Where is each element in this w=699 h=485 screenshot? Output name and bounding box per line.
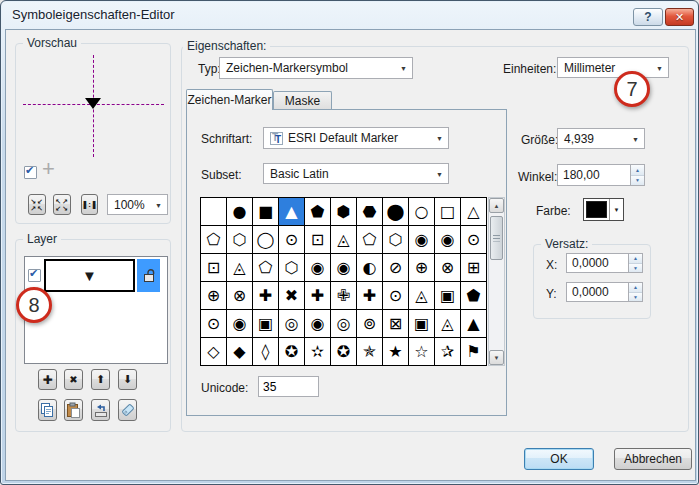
type-dropdown[interactable]: Zeichen-Markersymbol ▼ [219,57,413,79]
glyph-cell[interactable]: △ [461,198,486,225]
glyph-cell[interactable]: ◬ [331,226,356,253]
glyph-cell[interactable]: ◉ [331,254,356,281]
glyph-cell[interactable]: ◉ [409,226,434,253]
paste-layer-button[interactable] [64,399,83,421]
close-button[interactable]: ✕ [665,8,694,26]
spinner-buttons[interactable]: ▲ ▼ [630,165,644,185]
glyph-cell[interactable]: ◐ [357,254,382,281]
glyph-cell[interactable]: ✖ [279,282,304,309]
titlebar[interactable]: Symboleigenschaften-Editor ? ✕ [1,1,698,29]
glyph-cell[interactable]: ⊗ [227,282,252,309]
glyph-cell[interactable]: ⬠ [253,254,278,281]
spinner-buttons[interactable]: ▲ ▼ [628,283,642,301]
glyph-cell[interactable]: ◇ [201,338,226,365]
color-picker[interactable]: ▼ [583,198,624,221]
glyph-cell[interactable]: ◬ [227,254,252,281]
preview-lock-checkbox[interactable]: ✔ [24,166,37,179]
glyph-cell[interactable]: ⊘ [383,254,408,281]
glyph-cell[interactable]: ◯ [253,226,278,253]
glyph-cell[interactable]: ⊗ [435,254,460,281]
tab-zeichen-marker[interactable]: Zeichen-Marker [186,89,273,110]
glyph-cell[interactable]: ◆ [227,338,252,365]
glyph-cell[interactable]: □ [435,198,460,225]
glyph-cell[interactable]: ⚑ [461,338,486,365]
glyph-cell[interactable]: ⬣ [357,198,382,225]
glyph-cell[interactable]: ⊙ [279,226,304,253]
glyph-cell[interactable]: ⬟ [305,198,330,225]
zoom-extent-button[interactable]: ↖↗↙↘ [53,194,71,215]
copy-layer-button[interactable] [38,399,57,421]
glyph-cell[interactable]: ◉ [305,310,330,337]
glyph-cell[interactable]: ✚ [253,282,278,309]
glyph-cell[interactable]: ⬢ [331,198,356,225]
angle-spinner[interactable]: 180,00 ▲ ▼ [557,164,645,186]
layer-lock-cell[interactable] [137,259,160,292]
glyph-cell[interactable]: ✚ [357,282,382,309]
glyph-cell[interactable]: ⊙ [201,310,226,337]
remove-layer-button[interactable]: ✖ [64,369,83,390]
glyph-cell[interactable]: ✚ [305,282,330,309]
glyph-cell[interactable]: ⊡ [305,226,330,253]
scroll-down-button[interactable]: ▼ [489,350,504,365]
unicode-input[interactable] [258,376,319,397]
glyph-cell[interactable]: ✫ [305,338,330,365]
glyph-cell[interactable]: ☆ [409,338,434,365]
glyph-cell[interactable]: ◬ [435,310,460,337]
glyph-cell[interactable]: ⊕ [201,282,226,309]
glyph-cell[interactable]: ◬ [409,282,434,309]
glyph-cell[interactable]: ▣ [253,310,278,337]
glyph-cell[interactable]: ◉ [227,310,252,337]
glyph-cell[interactable]: ▲ [279,198,304,225]
glyph-cell[interactable] [201,198,226,225]
glyph-cell[interactable]: ⬟ [461,282,486,309]
spinner-buttons[interactable]: ▲ ▼ [628,254,642,272]
glyph-cell[interactable]: ⬠ [201,226,226,253]
glyph-cell[interactable]: ⬡ [227,226,252,253]
glyph-cell[interactable]: ⊚ [357,310,382,337]
move-layer-up-button[interactable]: ⬆ [91,369,110,390]
help-button[interactable]: ? [633,8,663,26]
glyph-cell[interactable]: ⬠ [357,226,382,253]
glyph-cell[interactable]: ⬡ [279,254,304,281]
glyph-cell[interactable]: ⬡ [383,226,408,253]
glyph-cell[interactable]: ✪ [279,338,304,365]
glyph-cell[interactable]: ▣ [435,282,460,309]
glyph-cell[interactable]: ◉ [435,226,460,253]
glyph-cell[interactable]: ⬤ [383,198,408,225]
glyph-cell[interactable]: ▲ [461,310,486,337]
glyph-cell[interactable]: ✪ [331,338,356,365]
glyph-cell[interactable]: ○ [409,198,434,225]
restore-layer-button[interactable] [91,399,110,421]
glyph-grid-scrollbar[interactable]: ▲ ▼ [488,197,505,366]
scroll-up-button[interactable]: ▲ [489,198,504,213]
glyph-cell[interactable]: ⊙ [383,282,408,309]
glyph-cell[interactable]: ⊞ [461,254,486,281]
tab-maske[interactable]: Maske [273,91,332,110]
glyph-cell[interactable]: ● [227,198,252,225]
zoom-level-dropdown[interactable]: 100% ▼ [107,194,168,215]
layer-list-item[interactable]: ✔ ▼ [25,257,167,294]
move-layer-down-button[interactable]: ⬇ [118,369,137,390]
zoom-one-to-one-button[interactable]: ❚:❚ [81,194,98,215]
zoom-to-center-button[interactable]: ↘↙↗↖ [28,194,46,215]
glyph-cell[interactable]: ◉ [305,254,330,281]
subset-dropdown[interactable]: Basic Latin ▼ [263,163,449,184]
glyph-cell[interactable]: ⊡ [201,254,226,281]
offset-y-spinner[interactable]: 0,0000 ▲ ▼ [566,282,643,302]
ok-button[interactable]: OK [524,448,594,470]
glyph-cell[interactable]: ⊠ [383,310,408,337]
glyph-cell[interactable]: ◎ [331,310,356,337]
cancel-button[interactable]: Abbrechen [614,448,692,470]
glyph-cell[interactable]: ✰ [435,338,460,365]
units-dropdown[interactable]: Millimeter ▼ [557,57,669,78]
font-dropdown[interactable]: TT ESRI Default Marker ▼ [263,127,449,149]
glyph-cell[interactable]: ⊕ [409,254,434,281]
glyph-cell[interactable]: ★ [383,338,408,365]
glyph-cell[interactable]: ◊ [253,338,278,365]
layer-symbol-preview[interactable]: ▼ [44,259,135,292]
glyph-cell[interactable]: ✯ [357,338,382,365]
glyph-cell[interactable]: ✙ [331,282,356,309]
glyph-cell[interactable]: ⊙ [461,226,486,253]
offset-x-spinner[interactable]: 0,0000 ▲ ▼ [566,253,643,273]
glyph-cell[interactable]: ◎ [279,310,304,337]
